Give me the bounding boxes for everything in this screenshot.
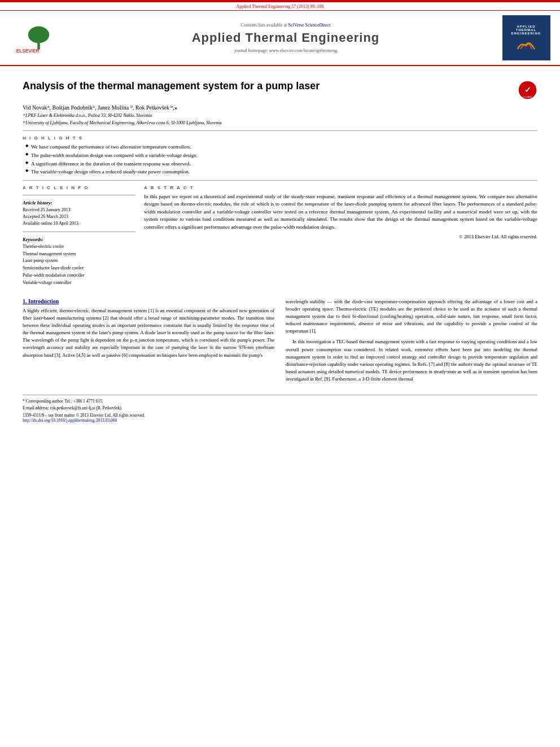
- keyword-item: Thermal management system: [23, 251, 135, 258]
- sciverse-text: Contents lists available at: [241, 23, 288, 28]
- header-area: ELSEVIER Contents lists available at Sci…: [0, 11, 560, 66]
- header-left: ELSEVIER: [6, 15, 73, 60]
- highlight-item: The variable-voltage design offers a red…: [25, 168, 537, 176]
- svg-text:✓: ✓: [524, 85, 531, 94]
- affiliation-1: ᵃ LPKF Laser & Elektronika d.o.o., Polic…: [23, 112, 537, 119]
- email-line: E-mail address: rok.petkovsek@fs.uni-lj.…: [23, 405, 537, 411]
- footer-area: * Corresponding author. Tel.: +386 1 477…: [23, 395, 537, 423]
- body-two-col: 1. Introduction A highly efficient, ther…: [23, 298, 537, 387]
- page-wrapper: Applied Thermal Engineering 57 (2013) 99…: [0, 0, 560, 431]
- article-info-col: A R T I C L E I N F O Article history: R…: [23, 185, 135, 287]
- keywords-list: Thermo-electric cooler Thermal managemen…: [23, 243, 135, 287]
- two-col-area: A R T I C L E I N F O Article history: R…: [23, 185, 537, 287]
- keywords-title: Keywords:: [23, 237, 135, 242]
- doi-link[interactable]: http://dx.doi.org/10.1016/j.applthermale…: [23, 418, 117, 423]
- history-section: Article history: Received 25 January 201…: [23, 200, 135, 227]
- copyright-line: © 2013 Elsevier Ltd. All rights reserved…: [144, 234, 537, 239]
- accepted-date: Accepted 26 March 2013: [23, 213, 135, 220]
- journal-title: Applied Thermal Engineering: [192, 30, 380, 45]
- abstract-col: A B S T R A C T In this paper we report …: [144, 185, 537, 287]
- header-center: Contents lists available at SciVerse Sci…: [79, 15, 492, 60]
- received-date: Received 25 January 2013: [23, 207, 135, 213]
- abstract-label: A B S T R A C T: [144, 185, 537, 190]
- highlight-item: The pulse-width modulation design was co…: [25, 152, 537, 159]
- svg-point-2: [28, 26, 50, 43]
- keyword-item: Semiconductor laser-diode cooler: [23, 265, 135, 272]
- intro-heading: 1. Introduction: [23, 298, 274, 304]
- divider-2: [23, 180, 537, 181]
- highlights-section: H I G H L I G H T S We have compared the…: [23, 136, 537, 175]
- divider-3: [23, 195, 135, 195]
- sciverse-link[interactable]: SciVerse ScienceDirect: [288, 23, 331, 28]
- history-title: Article history:: [23, 200, 135, 206]
- intro-para2-3: wavelength stability — with the diode-ca…: [286, 298, 537, 383]
- affiliation-2: ᵇ University of Ljubljana, Faculty of Me…: [23, 120, 537, 126]
- journal-logo-box: APPLIED THERMAL ENGINEERING: [502, 15, 550, 60]
- email-text: E-mail address: rok.petkovsek@fs.uni-lj.…: [23, 405, 123, 410]
- highlights-list: We have compared the performance of two …: [23, 143, 537, 175]
- main-content: Analysis of the thermal management syste…: [0, 66, 560, 431]
- svg-text:CrossMark: CrossMark: [523, 96, 532, 98]
- highlights-label: H I G H L I G H T S: [23, 136, 537, 141]
- journal-ref-line: Applied Thermal Engineering 57 (2013) 99…: [0, 2, 560, 11]
- available-date: Available online 10 April 2013: [23, 220, 135, 227]
- highlight-item: We have compared the performance of two …: [25, 143, 537, 151]
- divider-1: [23, 130, 537, 131]
- issn-text: 1359-4311/$ – see front matter © 2013 El…: [23, 413, 145, 418]
- logo-line3: ENGINEERING: [511, 32, 541, 35]
- journal-ref-text: Applied Thermal Engineering 57 (2013) 99…: [236, 4, 323, 9]
- crossmark-badge: ✓ CrossMark: [518, 80, 537, 100]
- body-col-right: wavelength stability — with the diode-ca…: [286, 298, 537, 387]
- header-right: APPLIED THERMAL ENGINEERING: [498, 15, 554, 60]
- divider-4: [23, 231, 135, 232]
- keyword-item: Pulse-width modulation controller: [23, 272, 135, 279]
- keyword-item: Thermo-electric cooler: [23, 243, 135, 251]
- elsevier-logo: ELSEVIER: [14, 22, 65, 54]
- copyright-footer: 1359-4311/$ – see front matter © 2013 El…: [23, 413, 537, 423]
- highlight-item: A significant difference in the duration…: [25, 160, 537, 168]
- article-title-row: Analysis of the thermal management syste…: [23, 80, 537, 100]
- keyword-item: Variable-voltage controller: [23, 279, 135, 287]
- svg-text:ELSEVIER: ELSEVIER: [16, 49, 40, 54]
- keyword-item: Laser pump system: [23, 257, 135, 265]
- keywords-section: Keywords: Thermo-electric cooler Thermal…: [23, 237, 135, 287]
- authors-line: Vid Novakᵃ, Boštjan Podobnikᵃ, Janez Mož…: [23, 104, 537, 111]
- corresponding-author: * Corresponding author. Tel.: +386 1 477…: [23, 398, 537, 404]
- body-col-left: 1. Introduction A highly efficient, ther…: [23, 298, 274, 387]
- article-info-label: A R T I C L E I N F O: [23, 185, 135, 190]
- sciverse-line: Contents lists available at SciVerse Sci…: [241, 23, 331, 28]
- intro-para1: A highly efficient, thermo-electric, the…: [23, 307, 274, 359]
- homepage-line: journal homepage: www.elsevier.com/locat…: [234, 48, 337, 53]
- abstract-text: In this paper we report on a theoretical…: [144, 193, 537, 231]
- article-title: Analysis of the thermal management syste…: [23, 80, 512, 92]
